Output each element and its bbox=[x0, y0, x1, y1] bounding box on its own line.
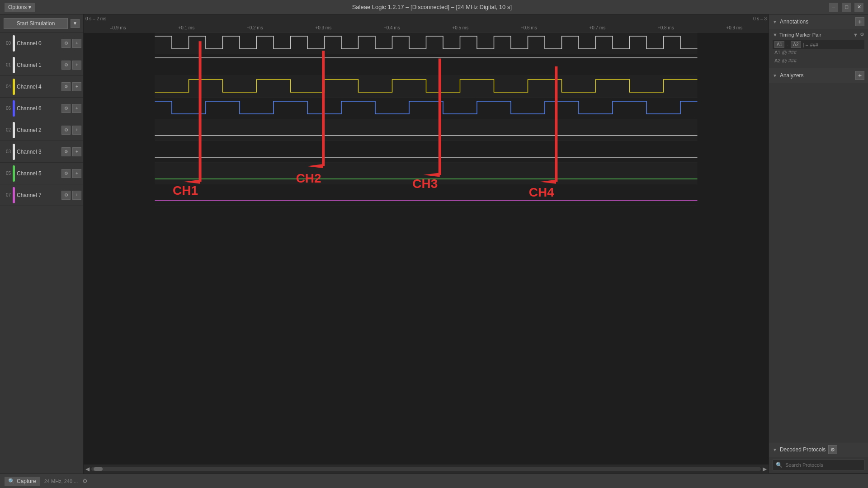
timing-marker-filter-icon: ▼ bbox=[773, 32, 778, 38]
channel-name-03: Channel 3 bbox=[17, 149, 60, 155]
channel-row-05: 05 Channel 5 ⚙ + bbox=[0, 163, 83, 184]
capture-search-icon: 🔍 bbox=[8, 478, 15, 484]
channel-row-07: 07 Channel 7 ⚙ + bbox=[0, 184, 83, 206]
channel-add-02[interactable]: + bbox=[72, 126, 81, 135]
expand-button[interactable]: ▼ bbox=[71, 19, 80, 28]
time-label-7: +0.7 ms bbox=[589, 25, 605, 30]
start-simulation-button[interactable]: Start Simulation bbox=[4, 18, 68, 29]
channel-color-bar-02 bbox=[13, 122, 15, 138]
channel-row-02: 02 Channel 2 ⚙ + bbox=[0, 119, 83, 141]
channel-row-04: 04 Channel 4 ⚙ + bbox=[0, 76, 83, 98]
capture-button[interactable]: 🔍 Capture bbox=[5, 477, 40, 486]
scrollbar-area: ◀ ▶ bbox=[84, 465, 769, 474]
channel-number-04: 04 bbox=[2, 84, 11, 89]
timing-marker-dropdown-icon[interactable]: ▼ bbox=[853, 32, 858, 38]
channel-add-05[interactable]: + bbox=[72, 169, 81, 178]
channel-gear-06[interactable]: ⚙ bbox=[61, 104, 71, 113]
analyzers-header: ▼ Analyzers + bbox=[769, 68, 868, 83]
search-protocols-input[interactable] bbox=[785, 462, 861, 468]
decoded-protocols-triangle: ▼ bbox=[773, 447, 777, 452]
channel-gear-07[interactable]: ⚙ bbox=[61, 191, 71, 200]
analyzers-triangle: ▼ bbox=[773, 73, 777, 78]
channel-gear-01[interactable]: ⚙ bbox=[61, 61, 71, 70]
channel-name-02: Channel 2 bbox=[17, 127, 60, 133]
channel-name-06: Channel 6 bbox=[17, 105, 60, 112]
channel-color-bar-07 bbox=[13, 187, 15, 203]
time-label-9: +0.9 ms bbox=[726, 25, 742, 30]
channel-add-01[interactable]: + bbox=[72, 61, 81, 70]
timing-marker-row: ▼ Timing Marker Pair ▼ ⚙ bbox=[773, 32, 864, 38]
channel-row-00: 00 Channel 0 ⚙ + bbox=[0, 33, 83, 54]
channel-panel: Start Simulation ▼ 00 Channel 0 ⚙ + 01 C… bbox=[0, 14, 84, 474]
marker-a2-box: A2 bbox=[791, 41, 801, 48]
marker-a1-box: A1 bbox=[774, 41, 784, 48]
marker-equals: | = bbox=[803, 42, 808, 47]
annotations-triangle: ▼ bbox=[773, 19, 777, 24]
a2-row: A2 @ ### bbox=[773, 57, 864, 64]
timing-marker-label: Timing Marker Pair bbox=[779, 32, 851, 38]
minimize-button[interactable]: – bbox=[829, 3, 838, 12]
capture-info: 24 MHz, 240 ... bbox=[44, 479, 78, 484]
channel-gear-00[interactable]: ⚙ bbox=[61, 39, 71, 48]
settings-gear-icon[interactable]: ⚙ bbox=[82, 478, 88, 484]
channel-name-04: Channel 4 bbox=[17, 84, 60, 90]
waveform-area: 0 s – 2 ms 0 s – 3 –0.9 ms+0.1 ms+0.2 ms… bbox=[84, 14, 769, 474]
statusbar: 🔍 Capture 24 MHz, 240 ... ⚙ bbox=[0, 474, 868, 488]
channel-color-bar-04 bbox=[13, 79, 15, 95]
timing-marker-gear-icon[interactable]: ⚙ bbox=[860, 32, 864, 38]
annotations-title: Annotations bbox=[780, 19, 808, 25]
channel-color-bar-00 bbox=[13, 35, 15, 52]
channel-name-07: Channel 7 bbox=[17, 192, 60, 198]
time-label-2: +0.2 ms bbox=[247, 25, 263, 30]
close-button[interactable]: ✕ bbox=[854, 3, 863, 12]
analyzers-section: ▼ Analyzers + bbox=[769, 68, 868, 442]
channel-number-07: 07 bbox=[2, 192, 11, 197]
scroll-left-button[interactable]: ◀ bbox=[85, 466, 90, 472]
time-label-1: +0.1 ms bbox=[178, 25, 194, 30]
a1-row: A1 @ ### bbox=[773, 49, 864, 56]
decoded-protocols-title: Decoded Protocols bbox=[780, 446, 826, 453]
time-range-right: 0 s – 3 bbox=[753, 16, 767, 21]
search-icon: 🔍 bbox=[776, 462, 783, 468]
search-protocols-field[interactable]: 🔍 bbox=[773, 460, 864, 470]
annotations-add-button[interactable]: + bbox=[855, 17, 864, 26]
time-range-left: 0 s – 2 ms bbox=[85, 16, 106, 21]
titlebar: Options ▾ Saleae Logic 1.2.17 – [Disconn… bbox=[0, 0, 868, 14]
analyzers-title: Analyzers bbox=[780, 72, 804, 79]
channel-color-bar-01 bbox=[13, 57, 15, 73]
channel-gear-04[interactable]: ⚙ bbox=[61, 82, 71, 91]
marker-formula: A1 ÷ A2 | = ### bbox=[773, 40, 864, 49]
analyzers-add-button[interactable]: + bbox=[855, 71, 864, 80]
annotations-header: ▼ Annotations + bbox=[769, 14, 868, 29]
restore-button[interactable]: ◻ bbox=[842, 3, 851, 12]
time-label-0: –0.9 ms bbox=[110, 25, 126, 30]
channel-gear-03[interactable]: ⚙ bbox=[61, 147, 71, 156]
channel-row-01: 01 Channel 1 ⚙ + bbox=[0, 54, 83, 76]
channel-color-bar-03 bbox=[13, 144, 15, 160]
decoded-protocols-section: ▼ Decoded Protocols ⚙ 🔍 bbox=[769, 442, 868, 474]
waveform-rows: CH1CH2CH3CH4 bbox=[84, 33, 769, 465]
channel-row-06: 06 Channel 6 ⚙ + bbox=[0, 98, 83, 119]
channel-name-05: Channel 5 bbox=[17, 170, 60, 177]
channel-number-06: 06 bbox=[2, 106, 11, 111]
marker-result: ### bbox=[810, 42, 818, 47]
channel-add-07[interactable]: + bbox=[72, 191, 81, 200]
options-button[interactable]: Options ▾ bbox=[5, 3, 35, 12]
channel-gear-05[interactable]: ⚙ bbox=[61, 169, 71, 178]
channel-number-00: 00 bbox=[2, 41, 11, 46]
decoded-protocols-header: ▼ Decoded Protocols ⚙ bbox=[769, 442, 868, 457]
scroll-thumb[interactable] bbox=[94, 467, 103, 471]
capture-label: Capture bbox=[17, 478, 36, 484]
channel-add-03[interactable]: + bbox=[72, 147, 81, 156]
arrows-svg bbox=[84, 33, 769, 206]
decoded-protocols-gear-button[interactable]: ⚙ bbox=[828, 445, 837, 454]
start-sim-row: Start Simulation ▼ bbox=[0, 14, 83, 33]
time-label-4: +0.4 ms bbox=[384, 25, 400, 30]
channel-add-06[interactable]: + bbox=[72, 104, 81, 113]
channel-gear-02[interactable]: ⚙ bbox=[61, 126, 71, 135]
channel-add-04[interactable]: + bbox=[72, 82, 81, 91]
time-label-8: +0.8 ms bbox=[658, 25, 674, 30]
channel-add-00[interactable]: + bbox=[72, 39, 81, 48]
scroll-right-button[interactable]: ▶ bbox=[763, 466, 767, 472]
scroll-track[interactable] bbox=[91, 467, 761, 471]
